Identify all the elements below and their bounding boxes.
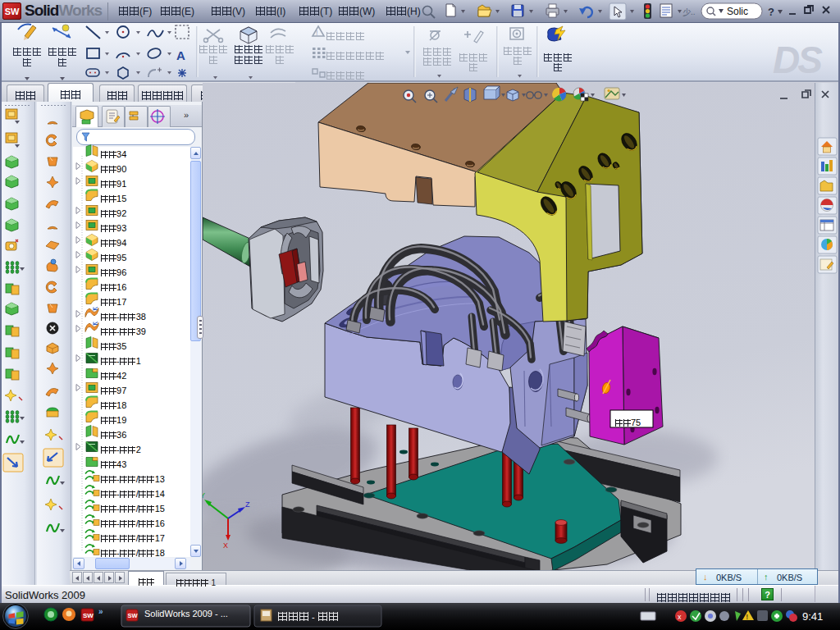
svg-text:Solic: Solic: [727, 6, 748, 17]
svg-text:!: !: [316, 29, 318, 37]
svg-text:少..: 少..: [682, 7, 696, 16]
svg-text:A: A: [176, 48, 185, 62]
svg-text:?: ?: [768, 6, 774, 18]
